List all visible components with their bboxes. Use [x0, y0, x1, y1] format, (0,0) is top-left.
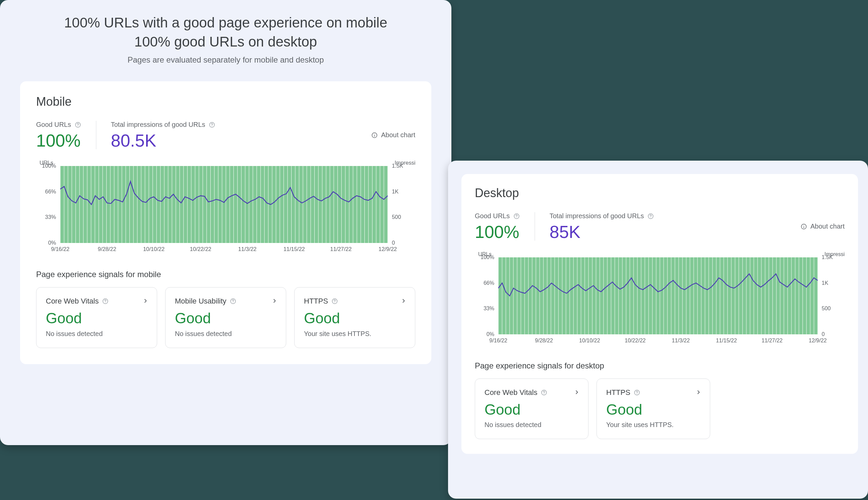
svg-text:1K: 1K [822, 280, 829, 286]
help-icon[interactable] [541, 389, 547, 396]
desktop-impressions-metric: Total impressions of good URLs 85K [535, 212, 669, 241]
svg-rect-82 [311, 166, 314, 243]
svg-rect-165 [619, 257, 622, 334]
svg-rect-41 [153, 166, 156, 243]
help-icon[interactable] [74, 122, 81, 128]
good-urls-value: 100% [475, 223, 520, 241]
mobile-signals-title: Page experience signals for mobile [36, 270, 415, 279]
svg-rect-176 [660, 257, 664, 334]
svg-rect-89 [338, 166, 341, 243]
svg-rect-199 [747, 257, 750, 334]
svg-rect-46 [172, 166, 176, 243]
svg-rect-186 [697, 257, 701, 334]
mobile-good-urls-metric: Good URLs 100% [36, 121, 96, 149]
svg-text:1K: 1K [392, 189, 399, 194]
mobile-panel: 100% URLs with a good page experience on… [0, 0, 451, 445]
svg-rect-50 [188, 166, 191, 243]
signal-https[interactable]: HTTPS Good Your site uses HTTPS. [294, 287, 415, 348]
svg-text:Impressions: Impressions [824, 251, 845, 257]
svg-rect-134 [502, 257, 506, 334]
svg-rect-163 [611, 257, 614, 334]
desktop-card: Desktop Good URLs 100% Total impressions… [461, 174, 858, 454]
svg-rect-96 [365, 166, 368, 243]
help-icon[interactable] [634, 389, 640, 396]
svg-rect-75 [284, 166, 287, 243]
desktop-signals-row: Core Web Vitals Good No issues detected … [475, 378, 845, 439]
svg-rect-77 [292, 166, 295, 243]
desktop-metrics-row: Good URLs 100% Total impressions of good… [475, 212, 845, 241]
svg-rect-31 [114, 166, 118, 243]
svg-rect-23 [84, 166, 87, 243]
svg-rect-51 [191, 166, 195, 243]
help-icon[interactable] [331, 298, 338, 305]
svg-text:12/9/22: 12/9/22 [809, 337, 827, 343]
svg-rect-188 [705, 257, 708, 334]
help-icon[interactable] [102, 298, 109, 305]
svg-rect-185 [694, 257, 697, 334]
help-icon[interactable] [513, 213, 520, 219]
signal-desc: No issues detected [175, 330, 277, 338]
svg-rect-187 [702, 257, 705, 334]
desktop-panel: Desktop Good URLs 100% Total impressions… [448, 161, 868, 499]
svg-rect-211 [791, 257, 795, 334]
svg-rect-60 [226, 166, 230, 243]
svg-rect-37 [138, 166, 141, 243]
svg-rect-178 [668, 257, 671, 334]
signal-desc: Your site uses HTTPS. [606, 421, 701, 429]
svg-rect-49 [184, 166, 187, 243]
svg-rect-210 [788, 257, 791, 334]
signal-core-web-vitals[interactable]: Core Web Vitals Good No issues detected [475, 378, 588, 439]
svg-rect-19 [68, 166, 72, 243]
svg-rect-22 [80, 166, 83, 243]
svg-rect-144 [540, 257, 543, 334]
header-subtitle: Pages are evaluated separately for mobil… [20, 55, 431, 65]
svg-rect-136 [510, 257, 513, 334]
svg-text:11/27/22: 11/27/22 [330, 246, 352, 252]
about-chart-button[interactable]: About chart [800, 223, 845, 230]
svg-rect-95 [361, 166, 364, 243]
impressions-value: 85K [550, 223, 654, 241]
svg-rect-209 [784, 257, 787, 334]
impressions-label: Total impressions of good URLs [111, 121, 205, 128]
svg-point-1 [78, 126, 78, 126]
help-icon[interactable] [209, 122, 215, 128]
about-chart-button[interactable]: About chart [371, 131, 415, 139]
svg-rect-170 [638, 257, 641, 334]
help-icon[interactable] [230, 298, 236, 305]
svg-rect-179 [671, 257, 675, 334]
svg-rect-216 [810, 257, 814, 334]
svg-rect-93 [353, 166, 356, 243]
svg-rect-180 [675, 257, 678, 334]
svg-rect-101 [384, 166, 388, 243]
svg-text:11/3/22: 11/3/22 [238, 246, 257, 252]
svg-rect-196 [735, 257, 739, 334]
svg-rect-150 [562, 257, 566, 334]
svg-rect-30 [110, 166, 114, 243]
svg-rect-35 [130, 166, 133, 243]
mobile-metrics-row: Good URLs 100% Total impressions of good… [36, 121, 415, 149]
signal-mobile-usability[interactable]: Mobile Usability Good No issues detected [165, 287, 286, 348]
svg-rect-137 [514, 257, 517, 334]
svg-text:0: 0 [392, 240, 395, 246]
about-chart-label: About chart [381, 131, 415, 139]
svg-text:9/28/22: 9/28/22 [535, 337, 553, 343]
svg-rect-65 [245, 166, 249, 243]
help-icon[interactable] [647, 213, 654, 219]
svg-rect-100 [380, 166, 384, 243]
svg-text:11/15/22: 11/15/22 [716, 337, 737, 343]
header-line-2: 100% good URLs on desktop [20, 33, 431, 52]
svg-rect-143 [536, 257, 539, 334]
svg-rect-91 [345, 166, 349, 243]
svg-text:0%: 0% [486, 331, 494, 337]
svg-rect-162 [608, 257, 611, 334]
signal-https[interactable]: HTTPS Good Your site uses HTTPS. [597, 378, 710, 439]
metric-label: Good URLs [36, 121, 81, 128]
svg-rect-140 [525, 257, 528, 334]
svg-rect-74 [280, 166, 283, 243]
svg-rect-27 [99, 166, 102, 243]
svg-rect-32 [118, 166, 122, 243]
signal-core-web-vitals[interactable]: Core Web Vitals Good No issues detected [36, 287, 157, 348]
signal-value: Good [175, 310, 277, 326]
svg-rect-86 [326, 166, 330, 243]
svg-rect-207 [776, 257, 780, 334]
